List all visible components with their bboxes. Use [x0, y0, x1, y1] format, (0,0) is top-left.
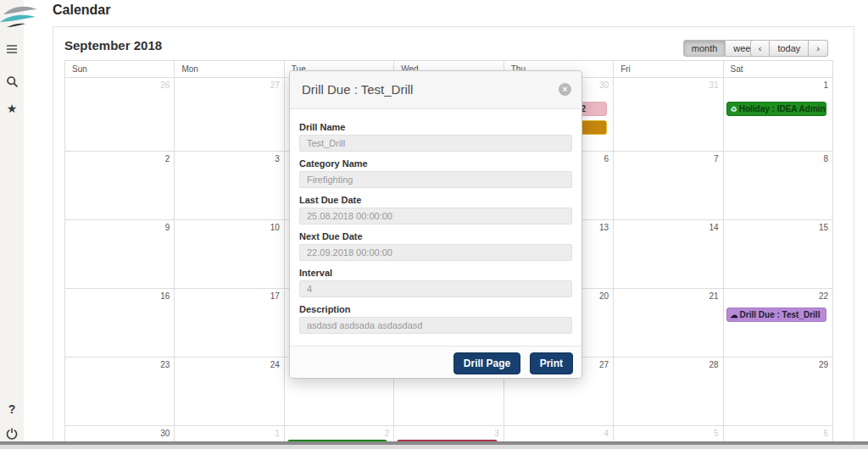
date-number: 23 [160, 360, 170, 369]
menu-icon[interactable] [0, 42, 24, 58]
search-icon[interactable] [0, 75, 24, 91]
date-number: 21 [709, 291, 718, 301]
calendar-cell[interactable]: 16 [65, 289, 175, 358]
date-number: 3 [275, 154, 280, 164]
calendar-cell[interactable]: 23 [65, 358, 175, 426]
app-logo-icon [0, 3, 41, 38]
calendar-cell[interactable]: 9 [65, 220, 175, 289]
date-number: 15 [819, 223, 828, 232]
field-label: Interval [299, 268, 572, 278]
calendar-cell[interactable]: 28 [614, 358, 723, 426]
calendar-cell[interactable]: 17 [175, 289, 284, 358]
calendar-event[interactable]: ☁Drill Due : Test_Drill [726, 308, 826, 322]
calendar-cell[interactable]: 3 [175, 152, 284, 220]
date-number: 20 [599, 291, 609, 301]
category-name-input: Firefighting [299, 171, 572, 188]
modal-footer: Drill Page Print [290, 346, 581, 378]
date-number: 30 [599, 80, 609, 90]
calendar-cell[interactable]: 24 [175, 358, 284, 426]
calendar-cell[interactable]: 22 [724, 289, 833, 358]
date-number: 24 [270, 360, 280, 369]
calendar-cell[interactable]: 27 [175, 78, 284, 152]
date-number: 31 [709, 80, 718, 90]
date-number: 26 [160, 80, 170, 90]
calendar-cell[interactable]: 14 [614, 220, 723, 289]
field-label: Drill Name [299, 122, 572, 132]
calendar-cell[interactable]: 10 [175, 220, 284, 289]
field-label: Description [299, 304, 572, 314]
date-number: 27 [270, 80, 280, 90]
modal-header: Drill Due : Test_Drill × [290, 71, 581, 109]
field-label: Next Due Date [299, 231, 572, 241]
day-header-fri: Fri [614, 61, 723, 78]
window-bottom-edge-light [0, 445, 868, 449]
date-number: 1 [823, 80, 828, 90]
drill-name-input: Test_Drill [299, 135, 572, 152]
prev-button[interactable]: ‹ [750, 40, 771, 57]
calendar-cell[interactable]: 21 [614, 289, 723, 358]
date-number: 28 [709, 360, 718, 369]
date-number: 17 [270, 291, 280, 301]
date-number: 30 [160, 429, 170, 438]
calendar-cell[interactable]: 29 [724, 358, 833, 426]
date-number: 6 [604, 154, 609, 164]
month-view-button[interactable]: month [683, 40, 726, 57]
date-number: 8 [823, 154, 828, 164]
date-number: 27 [599, 360, 609, 369]
help-icon[interactable]: ? [0, 402, 24, 416]
modal-title: Drill Due : Test_Drill [302, 82, 413, 97]
date-number: 10 [270, 223, 280, 232]
interval-input: 4 [299, 280, 572, 297]
date-number: 13 [599, 223, 609, 232]
close-icon[interactable]: × [559, 83, 571, 96]
date-number: 4 [604, 429, 609, 438]
date-number: 7 [714, 154, 719, 164]
calendar-event[interactable]: ♻Holiday : IDEA Administrator [726, 102, 826, 116]
drill-due-modal: Drill Due : Test_Drill × Drill NameTest_… [289, 70, 582, 379]
field-label: Last Due Date [299, 195, 572, 205]
date-number: 2 [165, 154, 170, 164]
calendar-cell[interactable]: 8 [724, 152, 833, 220]
next-button[interactable]: › [809, 40, 828, 57]
page: ★ ? Calendar September 2018 month week ‹… [0, 0, 868, 449]
page-title: Calendar [53, 3, 110, 18]
description-input: asdasd asdsada asdasdasd [299, 317, 572, 334]
sidebar: ★ ? [0, 0, 24, 449]
star-icon[interactable]: ★ [0, 102, 24, 115]
date-number: 2 [385, 429, 390, 438]
calendar-cell[interactable]: 15 [724, 220, 833, 289]
nav-button-group: ‹ today › [750, 40, 828, 57]
date-number: 16 [160, 291, 170, 301]
date-number: 29 [819, 360, 828, 369]
date-number: 22 [819, 291, 828, 301]
day-header-sun: Sun [65, 61, 175, 78]
date-number: 3 [494, 429, 499, 438]
day-header-sat: Sat [724, 61, 833, 78]
drill-page-button[interactable]: Drill Page [453, 352, 520, 374]
calendar-month-title: September 2018 [64, 38, 162, 53]
date-number: 1 [275, 429, 280, 438]
modal-body: Drill NameTest_DrillCategory NameFirefig… [290, 108, 581, 346]
date-number: 9 [165, 223, 170, 232]
calendar-cell[interactable]: 2 [65, 152, 175, 220]
calendar-cell[interactable]: 7 [614, 152, 723, 220]
date-number: 14 [709, 223, 718, 232]
date-number: 6 [823, 429, 828, 438]
calendar-cell[interactable]: 26 [65, 78, 175, 152]
next-due-date-input: 22.09.2018 00:00:00 [299, 244, 572, 261]
event-icon: ♻ [731, 105, 737, 114]
last-due-date-input: 25.08.2018 00:00:00 [299, 208, 572, 224]
day-header-mon: Mon [175, 61, 284, 78]
event-icon: ☁ [731, 311, 738, 319]
today-button[interactable]: today [770, 40, 809, 57]
field-label: Category Name [299, 158, 572, 169]
date-number: 5 [714, 429, 719, 438]
print-button[interactable]: Print [530, 352, 573, 374]
calendar-cell[interactable]: 31 [614, 78, 723, 152]
